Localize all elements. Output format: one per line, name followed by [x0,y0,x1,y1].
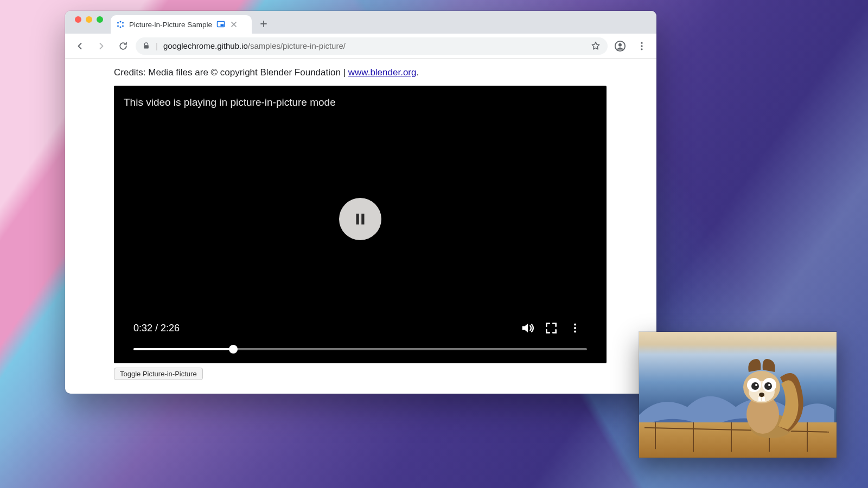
fullscreen-icon [544,321,558,335]
svg-rect-36 [758,397,761,401]
window-zoom-button[interactable] [97,16,103,23]
svg-point-1 [117,22,119,24]
forward-button[interactable] [92,37,111,55]
tab-favicon-icon [116,20,125,29]
url-domain: googlechrome.github.io [163,41,248,50]
svg-point-4 [122,25,124,27]
svg-point-0 [120,21,122,23]
lock-icon [142,42,150,50]
pip-floating-window[interactable] [639,332,837,458]
svg-point-5 [120,27,122,28]
pip-indicator-icon [216,20,225,29]
svg-point-3 [117,25,119,27]
pip-character-icon [724,345,810,442]
video-player[interactable]: This video is playing in picture-in-pict… [114,86,607,363]
pause-button[interactable] [339,198,381,240]
svg-point-18 [574,330,576,332]
desktop-wallpaper: Picture-in-Picture Sample [0,0,868,488]
address-separator: | [156,41,158,50]
time-current: 0:32 [133,323,152,333]
volume-button[interactable] [515,316,539,340]
svg-point-12 [641,45,642,47]
browser-tab[interactable]: Picture-in-Picture Sample [111,15,252,34]
svg-point-11 [641,42,642,43]
reload-button[interactable] [114,37,132,55]
time-display: 0:32 / 2:26 [133,323,180,334]
seek-bar[interactable] [133,345,587,354]
browser-window: Picture-in-Picture Sample [65,11,656,394]
svg-point-16 [574,324,576,326]
browser-toolbar: | googlechrome.github.io/samples/picture… [65,34,656,59]
tab-close-button[interactable] [229,20,238,29]
svg-point-31 [751,382,759,390]
svg-point-32 [764,382,772,390]
credits-suffix: . [416,67,419,78]
pip-message: This video is playing in picture-in-pict… [124,97,336,108]
credits-link[interactable]: www.blender.org [348,67,417,78]
svg-point-34 [768,384,770,386]
svg-point-10 [618,43,622,46]
kebab-icon [569,322,581,334]
page-content: Credits: Media files are © copyright Ble… [65,59,656,394]
svg-rect-15 [361,214,364,224]
video-controls: 0:32 / 2:26 [114,316,607,363]
url-path: /samples/picture-in-picture/ [248,41,346,50]
svg-point-13 [641,48,642,50]
window-minimize-button[interactable] [86,16,92,23]
volume-icon [520,320,535,336]
pause-icon [352,211,368,227]
window-close-button[interactable] [75,16,81,23]
svg-point-2 [122,22,124,24]
fullscreen-button[interactable] [539,316,563,340]
kebab-menu-button[interactable] [633,37,651,55]
bookmark-star-button[interactable] [590,41,601,52]
svg-point-17 [574,327,576,329]
svg-point-33 [755,384,757,386]
credits-prefix: Credits: Media files are © copyright Ble… [114,67,348,78]
more-options-button[interactable] [563,316,587,340]
tab-strip: Picture-in-Picture Sample [65,11,656,34]
back-button[interactable] [71,37,89,55]
time-total: 2:26 [161,323,180,333]
svg-rect-14 [356,214,359,224]
svg-rect-7 [221,24,224,27]
toggle-pip-button[interactable]: Toggle Picture-in-Picture [114,368,203,380]
svg-rect-8 [144,45,149,48]
address-bar[interactable]: | googlechrome.github.io/samples/picture… [136,37,608,55]
new-tab-button[interactable] [256,16,271,31]
svg-rect-37 [762,397,765,401]
tab-title: Picture-in-Picture Sample [129,21,212,29]
svg-point-35 [759,393,764,397]
window-traffic-lights [72,11,106,34]
profile-button[interactable] [611,37,629,55]
credits-line: Credits: Media files are © copyright Ble… [114,67,608,78]
